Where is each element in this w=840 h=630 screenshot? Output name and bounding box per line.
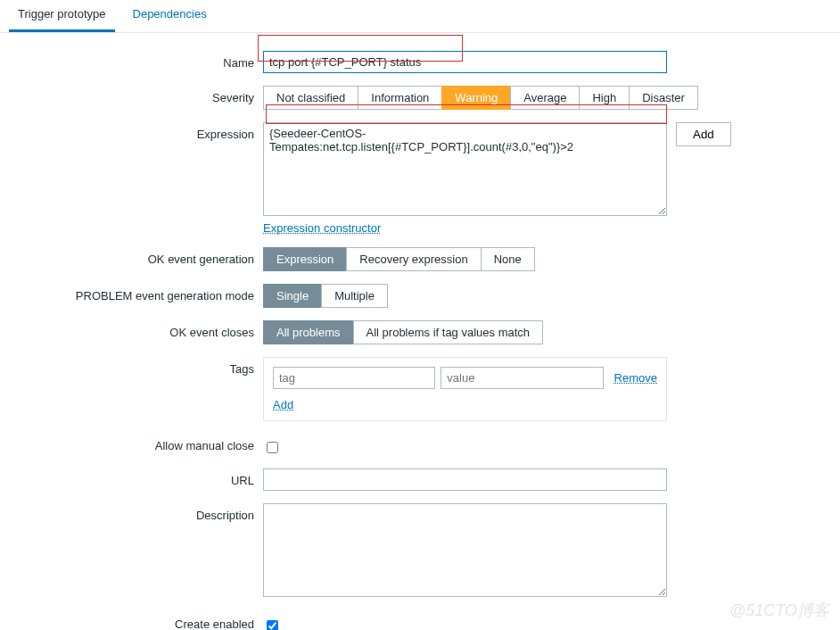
problem-mode-group: Single Multiple (263, 284, 388, 308)
tag-value-input[interactable] (441, 367, 603, 389)
label-tags: Tags (0, 357, 263, 376)
form: Name Severity Not classified Information… (0, 33, 840, 630)
severity-information[interactable]: Information (358, 86, 442, 110)
label-ok-event-gen: OK event generation (0, 247, 263, 266)
tag-name-input[interactable] (273, 367, 435, 389)
url-input[interactable] (263, 468, 667, 491)
ok-gen-expression[interactable]: Expression (263, 247, 347, 271)
tag-add-link[interactable]: Add (273, 398, 293, 411)
label-problem-mode: PROBLEM event generation mode (0, 284, 263, 303)
ok-event-gen-group: Expression Recovery expression None (263, 247, 535, 271)
label-allow-manual: Allow manual close (0, 434, 263, 452)
label-severity: Severity (0, 86, 263, 104)
label-create-enabled: Create enabled (0, 612, 263, 630)
name-input[interactable] (263, 51, 667, 73)
create-enabled-checkbox[interactable] (267, 620, 278, 630)
description-textarea[interactable] (263, 503, 667, 597)
expression-textarea[interactable] (263, 122, 667, 216)
ok-closes-group: All problems All problems if tag values … (263, 320, 543, 344)
severity-warning[interactable]: Warning (441, 86, 511, 110)
label-name: Name (0, 51, 263, 70)
closes-tag[interactable]: All problems if tag values match (353, 320, 544, 344)
severity-high[interactable]: High (579, 86, 630, 110)
ok-gen-none[interactable]: None (481, 247, 535, 271)
label-description: Description (0, 503, 263, 522)
expression-constructor-link[interactable]: Expression constructor (263, 221, 381, 235)
label-ok-closes: OK event closes (0, 320, 263, 339)
tags-box: Remove Add (263, 357, 667, 421)
problem-multiple[interactable]: Multiple (321, 284, 388, 308)
severity-disaster[interactable]: Disaster (629, 86, 698, 110)
severity-group: Not classified Information Warning Avera… (263, 86, 698, 110)
severity-not-classified[interactable]: Not classified (263, 86, 358, 110)
closes-all[interactable]: All problems (263, 320, 354, 344)
tag-remove-link[interactable]: Remove (614, 371, 657, 385)
ok-gen-recovery[interactable]: Recovery expression (346, 247, 481, 271)
problem-single[interactable]: Single (263, 284, 322, 308)
expression-add-button[interactable]: Add (676, 122, 731, 146)
tab-trigger-prototype[interactable]: Trigger prototype (9, 0, 115, 32)
severity-average[interactable]: Average (510, 86, 580, 110)
allow-manual-checkbox[interactable] (267, 442, 278, 453)
tab-dependencies[interactable]: Dependencies (124, 0, 216, 32)
tabs: Trigger prototype Dependencies (0, 0, 840, 33)
label-url: URL (0, 468, 263, 487)
label-expression: Expression (0, 122, 263, 141)
watermark: @51CTO博客 (729, 600, 829, 621)
